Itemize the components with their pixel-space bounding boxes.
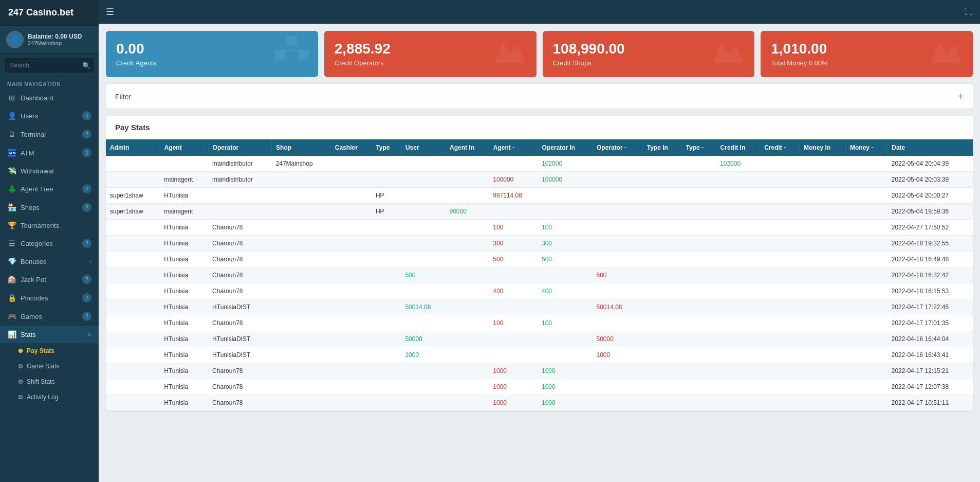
cell-date: 2022-05-04 19:59:36 (887, 204, 973, 220)
cell-credit_minus (760, 252, 800, 267)
cell-operator_in (538, 347, 592, 363)
cell-agent: HTunisia (160, 220, 208, 236)
stat-card-credit-agents: 0.00 Credit Agents (106, 31, 318, 77)
sidebar-sub-pay-stats[interactable]: Pay Stats (0, 343, 99, 359)
sidebar-item-games[interactable]: 🎮 Games ? (0, 307, 99, 326)
sidebar-item-atm[interactable]: 🏧 ATM ? (0, 144, 99, 162)
cell-type_in (642, 299, 681, 315)
sidebar-item-bonuses[interactable]: 💎 Bonuses ‹ (0, 253, 99, 270)
categories-badge[interactable]: ? (82, 239, 91, 248)
filter-label: Filter (115, 93, 131, 101)
cell-type_in (642, 252, 681, 267)
col-cashier: Cashier (330, 139, 372, 156)
cell-operator_minus: 50000 (592, 331, 642, 347)
cell-agent_minus: 1000 (489, 363, 538, 379)
cell-type (372, 315, 401, 331)
cell-admin (106, 299, 160, 315)
sidebar-item-terminal[interactable]: 🖥 Terminal ? (0, 125, 99, 144)
sidebar-item-users[interactable]: 👤 Users ? (0, 106, 99, 125)
cell-agent_minus: 100000 (489, 172, 538, 188)
credit-operators-label: Credit Operators (335, 59, 391, 67)
cell-credit_minus (760, 299, 800, 315)
sidebar-item-withdrawal[interactable]: 💸 Withdrawal (0, 162, 99, 180)
cell-type (372, 331, 401, 347)
sidebar-sub-game-stats[interactable]: Game Stats (0, 359, 99, 374)
col-agent-in: Agent In (446, 139, 489, 156)
sidebar-item-jackpot[interactable]: 🎰 Jack Pot ? (0, 270, 99, 289)
sidebar-item-shops[interactable]: 🏪 Shops ? (0, 198, 99, 217)
terminal-badge[interactable]: ? (82, 130, 91, 139)
search-input[interactable] (5, 58, 94, 73)
cell-cashier (330, 315, 372, 331)
jackpot-badge[interactable]: ? (82, 275, 91, 284)
cell-admin (106, 283, 160, 299)
sidebar-sub-activity-log[interactable]: Activity Log (0, 389, 99, 405)
cell-operator (208, 204, 271, 220)
cell-credit_minus (760, 236, 800, 252)
cell-operator_in (538, 331, 592, 347)
cell-shop (272, 395, 331, 411)
cell-operator: Charoun78 (208, 220, 271, 236)
pincodes-badge[interactable]: ? (82, 293, 91, 302)
sidebar-item-categories[interactable]: ☰ Categories ? (0, 234, 99, 253)
sidebar-item-dashboard[interactable]: ⊞ Dashboard (0, 89, 99, 106)
cell-agent_in (446, 379, 489, 395)
shops-badge[interactable]: ? (82, 203, 91, 212)
games-badge[interactable]: ? (82, 312, 91, 321)
filter-expand-button[interactable]: + (957, 91, 964, 102)
cell-type_in (642, 267, 681, 283)
topbar-expand-icon[interactable]: ⛶ (965, 7, 973, 16)
cell-agent_in (446, 331, 489, 347)
user-balance: Balance: 0.00 USD (28, 33, 82, 40)
pay-stats-table: Admin Agent Operator Shop Cashier Type U… (106, 139, 973, 411)
sidebar-item-label: Games (21, 313, 42, 320)
cell-date: 2022-04-17 12:15:21 (887, 363, 973, 379)
cell-money_in (800, 283, 846, 299)
cell-date: 2022-04-17 17:22:45 (887, 299, 973, 315)
cell-operator_in: 102000 (538, 156, 592, 172)
sidebar-sub-shift-stats[interactable]: Shift Stats (0, 374, 99, 389)
cell-credit_in (716, 363, 760, 379)
sidebar-item-label: Categories (21, 240, 53, 247)
user-name: 247Mainshop (28, 40, 82, 46)
cell-operator_minus (592, 379, 642, 395)
pay-stats-dot (19, 349, 23, 353)
cell-operator_minus (592, 315, 642, 331)
credit-operators-icon (492, 35, 528, 73)
sidebar-item-pincodes[interactable]: 🔒 Pincodes ? (0, 289, 99, 307)
users-badge[interactable]: ? (82, 111, 91, 120)
sub-item-label: Shift Stats (27, 378, 55, 385)
cell-credit_minus (760, 331, 800, 347)
sidebar-item-label: Dashboard (21, 94, 53, 102)
cell-cashier (330, 299, 372, 315)
col-shop: Shop (272, 139, 331, 156)
table-row: HTunisiaHTunisiaDIST50014.0850014.082022… (106, 299, 973, 315)
cell-type_in (642, 331, 681, 347)
sidebar-item-label: Stats (21, 331, 36, 338)
stat-card-credit-shops: 108,990.00 Credit Shops (543, 31, 755, 77)
sidebar-item-agent-tree[interactable]: 🌲 Agent Tree ? (0, 180, 99, 198)
cell-credit_minus (760, 204, 800, 220)
cell-credit_minus (760, 156, 800, 172)
cell-credit_in (716, 283, 760, 299)
categories-icon: ☰ (7, 239, 16, 247)
sidebar-item-label: Terminal (21, 131, 46, 138)
table-row: HTunisiaCharoun781001002022-04-17 17:01:… (106, 315, 973, 331)
atm-badge[interactable]: ? (82, 148, 91, 157)
svg-rect-0 (287, 36, 297, 45)
agent-tree-badge[interactable]: ? (82, 184, 91, 193)
cell-shop (272, 204, 331, 220)
col-operator-minus: Operator - (592, 139, 642, 156)
col-agent-minus: Agent - (489, 139, 538, 156)
sub-item-label: Game Stats (27, 363, 59, 370)
cell-agent_minus (489, 267, 538, 283)
cell-money_in (800, 267, 846, 283)
topbar: ☰ ⛶ (99, 0, 980, 24)
cell-user: 50014.08 (401, 299, 445, 315)
sidebar-item-tournaments[interactable]: 🏆 Tournaments (0, 217, 99, 234)
sidebar-item-stats[interactable]: 📊 Stats ∨ (0, 326, 99, 343)
cell-agent: HTunisia (160, 315, 208, 331)
menu-toggle-button[interactable]: ☰ (106, 6, 114, 17)
dashboard-icon: ⊞ (7, 94, 16, 102)
cell-user (401, 236, 445, 252)
